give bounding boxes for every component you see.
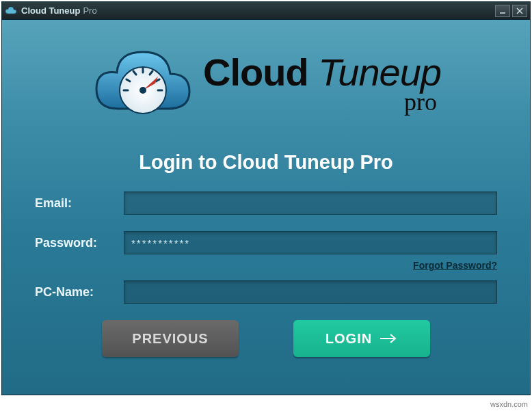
login-form: Email: Password: Forgot Password? PC-Nam…: [2, 191, 530, 357]
app-window: Cloud Tuneup Pro: [1, 1, 531, 395]
password-row: Password:: [35, 231, 497, 254]
cloud-gauge-icon: [91, 44, 194, 126]
forgot-row: Forgot Password?: [35, 260, 497, 271]
watermark: wsxdn.com: [490, 400, 528, 408]
cloud-icon: [5, 6, 17, 16]
title-app-name: Cloud Tuneup: [21, 5, 80, 16]
close-button[interactable]: [512, 5, 527, 17]
pcname-label: PC-Name:: [35, 285, 124, 300]
email-input[interactable]: [124, 191, 497, 215]
login-button-label: LOGIN: [325, 331, 372, 347]
password-input[interactable]: [124, 231, 497, 254]
password-label: Password:: [35, 236, 124, 250]
login-button[interactable]: LOGIN: [293, 320, 430, 357]
page-heading: Login to Cloud Tuneup Pro: [2, 151, 530, 174]
svg-point-11: [139, 87, 146, 94]
logo-title: Cloud Tuneup: [203, 53, 441, 92]
close-icon: [516, 8, 523, 14]
title-app-suffix: Pro: [83, 5, 96, 16]
logo: Cloud Tuneup pro: [2, 27, 530, 143]
pcname-input[interactable]: [124, 280, 497, 304]
minimize-button[interactable]: [495, 5, 510, 17]
minimize-icon: [499, 8, 506, 14]
logo-word-cloud: Cloud: [203, 51, 318, 94]
logo-text: Cloud Tuneup pro: [203, 53, 441, 116]
button-row: PREVIOUS LOGIN: [35, 320, 497, 357]
logo-subtitle: pro: [404, 88, 437, 116]
previous-button-label: PREVIOUS: [132, 331, 208, 347]
email-label: Email:: [35, 196, 124, 211]
arrow-right-icon: [380, 331, 398, 347]
email-row: Email:: [35, 191, 497, 215]
pcname-row: PC-Name:: [35, 280, 497, 304]
content-area: Cloud Tuneup pro Login to Cloud Tuneup P…: [2, 20, 530, 357]
previous-button[interactable]: PREVIOUS: [102, 320, 239, 357]
forgot-password-link[interactable]: Forgot Password?: [413, 260, 497, 271]
titlebar: Cloud Tuneup Pro: [2, 2, 530, 20]
